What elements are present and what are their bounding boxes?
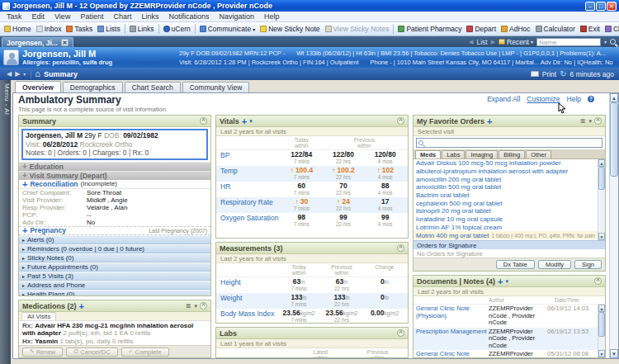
menu-patient[interactable]: Patient [75, 12, 108, 21]
document-row[interactable]: General Clinic Note (Physician) ZZEMRPro… [413, 350, 598, 357]
documents-scrollbar[interactable]: ▲ ▼ [598, 305, 605, 357]
order-item[interactable]: Lotrimin AF 1% topical cream [413, 224, 598, 232]
scroll-up-icon[interactable]: ▲ [598, 305, 605, 312]
order-item[interactable]: cephalexin 500 mg oral tablet [413, 199, 598, 207]
depart-button[interactable]: Depart [464, 24, 499, 34]
charges-button[interactable]: Charges [602, 24, 619, 34]
labs-collapse-icon[interactable]: ^ [397, 329, 404, 337]
medications-tab-all-visits[interactable]: All Visits [21, 312, 56, 320]
menu-sidebar-strip[interactable]: Menu - Al [0, 80, 11, 364]
patient-chart-tab[interactable]: Jorgensen, Ji... ✕ [2, 37, 73, 47]
tab-overview[interactable]: Overview [15, 81, 61, 92]
order-item[interactable]: loratadine 10 mg oral capsule [413, 215, 598, 224]
order-item[interactable]: Bactrim oral tablet [413, 191, 598, 200]
favorite-orders-menu-icon[interactable]: ≣ [580, 117, 587, 125]
page-scroll-down-icon[interactable]: ▼ [610, 349, 618, 358]
patient-pharmacy-button[interactable]: Patient Pharmacy [395, 24, 464, 34]
expander-reminders[interactable]: ▸Reminders (0 overdue | 0 due | 0 future… [19, 244, 210, 253]
communicate-button[interactable]: Communicate▾ [197, 24, 258, 34]
ucern-button[interactable]: uCern [161, 24, 193, 34]
page-scroll-thumb[interactable] [610, 102, 618, 177]
menu-links[interactable]: Links [136, 12, 163, 21]
modify-button[interactable]: Modify [538, 260, 571, 269]
vital-link[interactable]: Temp [218, 167, 281, 175]
renew-button[interactable]: ✎Renew [22, 347, 63, 357]
tab-community-view[interactable]: Community View [182, 82, 250, 92]
tab-demographics[interactable]: Demographics [63, 82, 123, 92]
inbox-button[interactable]: Inbox [34, 24, 64, 34]
tab-meds[interactable]: Meds [415, 150, 441, 158]
menu-view[interactable]: View [50, 12, 75, 21]
order-search-input[interactable] [416, 138, 602, 148]
vital-link[interactable]: HR [218, 182, 281, 191]
page-scrollbar[interactable]: ▲ ▼ [609, 93, 618, 358]
search-caret-icon[interactable]: ▾ [604, 39, 607, 45]
patient-tab-close-icon[interactable]: ✕ [61, 39, 69, 46]
sign-button[interactable]: Sign [574, 260, 602, 269]
nav-back-icon[interactable]: ◀ [5, 70, 13, 78]
measurements-collapse-icon[interactable]: ^ [397, 244, 404, 252]
favorite-orders-add-icon[interactable]: + [487, 117, 492, 125]
lists-button[interactable]: Lists [95, 24, 122, 34]
tab-labs[interactable]: Labs [442, 150, 465, 158]
tab-other[interactable]: Other [526, 150, 551, 158]
vitals-caret-icon[interactable]: ▾ [249, 118, 253, 125]
patient-summary-card[interactable]: Jorgensen, Jill M 29y F DOB: 09/02/1982 … [21, 129, 208, 160]
summary-collapse-icon[interactable]: ^ [200, 117, 207, 125]
menu-help[interactable]: Help [259, 12, 285, 21]
menu-chart[interactable]: Chart [108, 12, 136, 21]
medications-add-icon[interactable]: + [79, 302, 84, 310]
expand-all-link[interactable]: Expand All [487, 95, 520, 103]
expander-future-appointments[interactable]: ▸Future Appointments (0) [19, 262, 210, 272]
measurement-link[interactable]: Body Mass Index [218, 310, 277, 324]
scroll-up-icon[interactable]: ▲ [598, 159, 605, 167]
expander-address-phone[interactable]: ▸Address and Phone [19, 281, 210, 290]
document-name-link[interactable]: Prescription Management [416, 329, 489, 350]
medications-menu-icon[interactable]: ≣ [186, 302, 192, 310]
document-name-link[interactable]: General Clinic Note (Physician) [416, 305, 489, 327]
print-label[interactable]: Print [542, 70, 556, 78]
measurement-link[interactable]: Height [218, 278, 277, 292]
recent-button[interactable]: Recent ▾ [499, 38, 533, 46]
scroll-down-icon[interactable]: ▼ [598, 350, 605, 357]
favorite-orders-menu-caret-icon[interactable]: ▾ [588, 118, 592, 125]
search-icon[interactable] [610, 39, 616, 45]
tab-chart-search[interactable]: Chart Search [125, 82, 181, 92]
tasks-button[interactable]: Tasks [64, 24, 95, 34]
tab-billing[interactable]: Billing [499, 150, 525, 158]
menu-notifications[interactable]: Notifications [163, 12, 214, 21]
order-item[interactable]: amoxicillin 500 mg oral tablet [413, 183, 598, 191]
maximize-button[interactable]: □ [596, 2, 606, 11]
nav-history-caret-icon[interactable]: ▾ [21, 71, 27, 77]
vital-link[interactable]: Respiratory Rate [218, 198, 281, 206]
new-sticky-note-button[interactable]: New Sticky Note [258, 24, 322, 34]
adhoc-button[interactable]: AdHoc [499, 24, 533, 34]
tab-imaging[interactable]: Imaging [465, 150, 498, 158]
home-button[interactable]: Home [2, 24, 34, 34]
expander-alerts[interactable]: ▸Alerts (0) [19, 235, 210, 244]
nav-forward-icon[interactable]: ▶ [13, 70, 21, 78]
medications-collapse-icon[interactable]: ^ [200, 302, 207, 310]
medications-menu-caret-icon[interactable]: ▾ [194, 303, 197, 310]
patient-search-input[interactable]: Name [536, 38, 601, 46]
menu-edit[interactable]: Edit [27, 12, 50, 21]
complete-button[interactable]: ✓Complete [121, 347, 169, 357]
view-sticky-notes-button[interactable]: View Sticky Notes [323, 24, 392, 34]
document-name-link[interactable]: General Clinic Note (Physician) [416, 351, 489, 357]
vital-link[interactable]: Oxygen Saturation [218, 214, 281, 222]
documents-add-icon[interactable]: + [498, 277, 503, 286]
scroll-thumb[interactable] [598, 312, 605, 337]
print-icon[interactable] [531, 71, 539, 77]
education-action[interactable]: +Education [19, 162, 210, 171]
medication-row[interactable]: Hx: Yasmin 1 tab(s), po, daily 0 refills [19, 337, 210, 345]
menu-navigation[interactable]: Navigation [214, 12, 259, 21]
minimize-button[interactable]: – [585, 2, 595, 11]
visit-summary-action[interactable]: +Visit Summary (Depart) [19, 171, 210, 180]
list-label[interactable]: List [476, 38, 487, 46]
pregnancy-action[interactable]: + Pregnancy Last Pregnancy (2007) [19, 226, 210, 235]
menu-task[interactable]: Task [2, 12, 27, 21]
help-icon[interactable]: ? [588, 96, 594, 102]
cancel-dc-button[interactable]: ∅Cancel/DC [66, 347, 117, 357]
favorite-orders-collapse-icon[interactable]: ^ [594, 117, 602, 125]
home-page-icon[interactable]: ⌂ [35, 69, 40, 78]
